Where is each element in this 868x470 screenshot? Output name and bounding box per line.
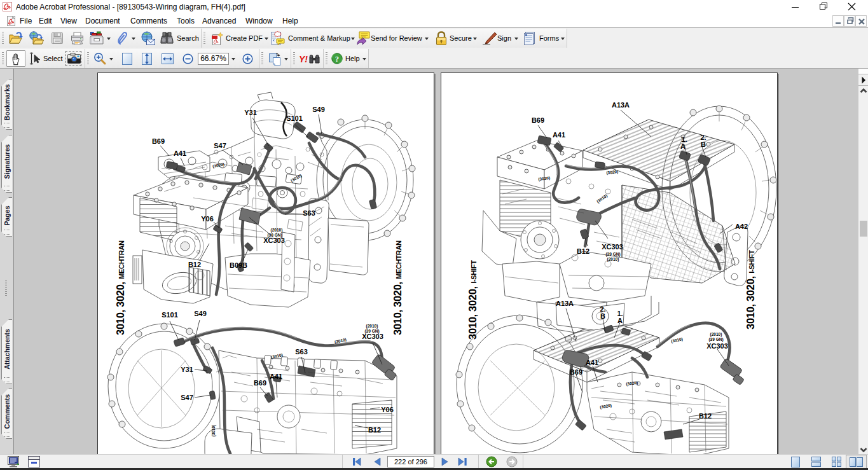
svg-text:B: B <box>600 312 605 320</box>
svg-text:S63: S63 <box>295 348 308 356</box>
svg-text:(2010): (2010) <box>271 228 283 233</box>
svg-text:S63: S63 <box>303 209 315 217</box>
svg-text:A: A <box>680 142 685 150</box>
svg-text:Y31: Y31 <box>244 109 257 116</box>
svg-text:(2010): (2010) <box>710 332 722 337</box>
svg-text:(39 GN): (39 GN) <box>364 329 379 334</box>
svg-text:B69: B69 <box>152 137 165 145</box>
svg-text:S47: S47 <box>214 142 226 149</box>
svg-text:3010, 3020, MECHTRAN: 3010, 3020, MECHTRAN <box>114 240 126 335</box>
svg-text:S101: S101 <box>162 311 178 319</box>
svg-text:?: ? <box>335 55 339 64</box>
svg-text:B12: B12 <box>368 426 381 434</box>
svg-text:S49: S49 <box>194 310 207 317</box>
svg-text:Y06: Y06 <box>201 215 214 223</box>
svg-text:(2010): (2010) <box>366 324 378 329</box>
svg-text:B09B: B09B <box>230 261 247 269</box>
svg-text:B12: B12 <box>188 261 201 268</box>
svg-text:A13A: A13A <box>612 101 630 109</box>
svg-text:(39 GN): (39 GN) <box>708 337 723 342</box>
svg-text:B69: B69 <box>570 368 582 376</box>
svg-text:A41: A41 <box>586 359 598 366</box>
svg-text:Y31: Y31 <box>181 366 193 373</box>
svg-text:XC303: XC303 <box>706 342 728 350</box>
svg-text:(3020): (3020) <box>606 169 619 176</box>
svg-text:B: B <box>701 141 706 148</box>
svg-text:B69: B69 <box>532 116 544 124</box>
svg-text:(3010): (3010) <box>211 425 216 437</box>
svg-text:(2010): (2010) <box>607 257 619 262</box>
svg-text:B12: B12 <box>699 412 712 420</box>
svg-text:(39 GN): (39 GN) <box>605 252 620 257</box>
svg-text:A: A <box>617 317 623 324</box>
svg-text:XC303: XC303 <box>602 243 623 251</box>
svg-text:A13A: A13A <box>556 300 574 307</box>
svg-text:3010, 3020, MECHTRAN: 3010, 3020, MECHTRAN <box>392 240 403 335</box>
svg-text:A42: A42 <box>735 223 748 230</box>
svg-text:(39 GN): (39 GN) <box>267 233 282 238</box>
svg-text:A41: A41 <box>174 149 186 157</box>
svg-text:XC303: XC303 <box>362 333 383 340</box>
svg-text:A41: A41 <box>270 373 282 380</box>
svg-text:S101: S101 <box>286 114 303 122</box>
svg-text:S49: S49 <box>312 106 325 113</box>
svg-text:A41: A41 <box>553 131 565 139</box>
svg-text:B69: B69 <box>254 379 266 387</box>
svg-text:(3010): (3010) <box>671 336 684 344</box>
svg-text:(3010): (3010) <box>596 193 609 204</box>
svg-text:Y06: Y06 <box>381 406 394 413</box>
svg-text:XC303: XC303 <box>263 237 285 244</box>
svg-text:3010, 3020, I-SHIFT: 3010, 3020, I-SHIFT <box>467 260 478 340</box>
svg-text:B12: B12 <box>577 247 589 255</box>
svg-text:S47: S47 <box>181 394 193 401</box>
